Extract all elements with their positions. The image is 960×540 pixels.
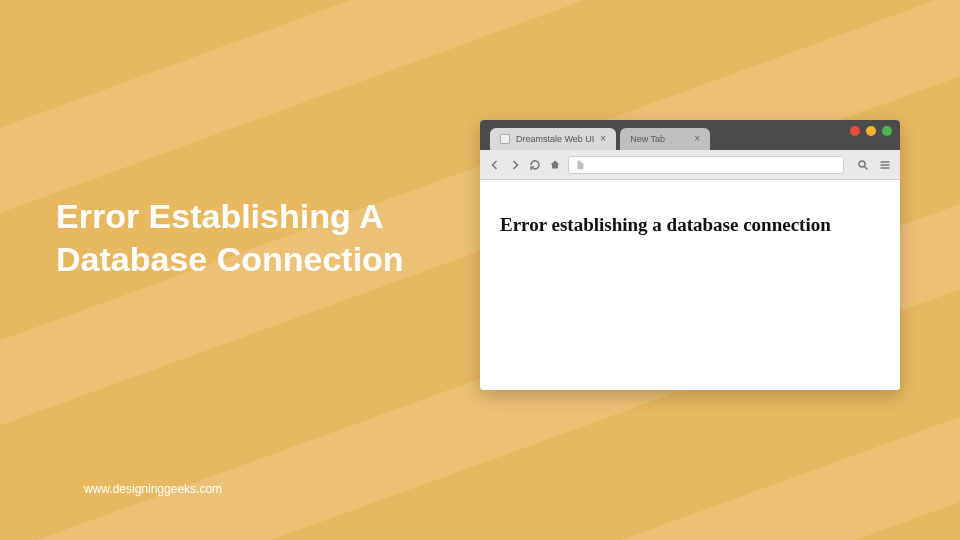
tab-active[interactable]: Dreamstale Web UI × <box>490 128 616 150</box>
browser-window: Dreamstale Web UI × New Tab × <box>480 120 900 390</box>
window-close-icon[interactable] <box>850 126 860 136</box>
toolbar-right-icons <box>856 158 892 172</box>
slide-headline: Error Establishing A Database Connection <box>56 195 436 280</box>
forward-icon[interactable] <box>508 158 522 172</box>
slide-stage: Error Establishing A Database Connection… <box>0 0 960 540</box>
document-icon <box>575 159 585 171</box>
tab-new[interactable]: New Tab × <box>620 128 710 150</box>
error-heading: Error establishing a database connection <box>500 214 880 236</box>
footer-url: www.designinggeeks.com <box>84 482 222 496</box>
back-icon[interactable] <box>488 158 502 172</box>
menu-icon[interactable] <box>878 158 892 172</box>
tab-label: New Tab <box>630 134 688 144</box>
tab-label: Dreamstale Web UI <box>516 134 594 144</box>
search-icon[interactable] <box>856 158 870 172</box>
page-favicon-icon <box>500 134 510 144</box>
browser-toolbar <box>480 150 900 180</box>
home-icon[interactable] <box>548 158 562 172</box>
svg-point-0 <box>859 161 865 167</box>
window-controls <box>850 126 892 136</box>
browser-titlebar: Dreamstale Web UI × New Tab × <box>480 120 900 150</box>
page-content: Error establishing a database connection <box>480 180 900 390</box>
url-field[interactable] <box>568 156 844 174</box>
close-icon[interactable]: × <box>694 134 700 144</box>
window-minimize-icon[interactable] <box>866 126 876 136</box>
reload-icon[interactable] <box>528 158 542 172</box>
window-maximize-icon[interactable] <box>882 126 892 136</box>
close-icon[interactable]: × <box>600 134 606 144</box>
